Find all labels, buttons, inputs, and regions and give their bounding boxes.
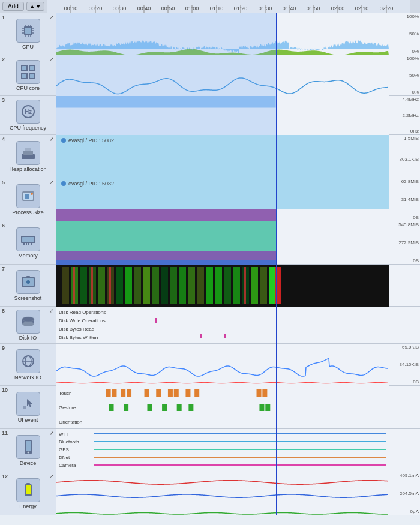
- track-label-memory: 6 Memory: [0, 221, 56, 264]
- timeline-cursor-netio: [276, 344, 277, 386]
- track-right-labels-heap: 1.5MiB 803.1KiB: [389, 135, 420, 178]
- main-container: 1 ⤢ CPU 100% 50% 0% 2 ⤢: [0, 13, 420, 525]
- track-right-labels-diskio: [389, 307, 420, 343]
- selected-region-cpu-freq: [56, 96, 276, 135]
- track-name-cpu: CPU: [22, 44, 34, 50]
- track-content-heap[interactable]: evasgl / PID : 5082: [56, 135, 389, 178]
- expand-icon-12[interactable]: ⤢: [49, 473, 54, 479]
- track-row-device: 11 ⤢ Device WiFi Bluetooth: [0, 429, 420, 472]
- selected-region-cpu-core: [56, 55, 276, 96]
- svg-rect-29: [25, 194, 29, 199]
- track-content-screenshot[interactable]: [56, 265, 389, 307]
- track-row-cpu-freq: 3 Hz CPU frequency 4.4MHz 2.2MHz 0Hz: [0, 96, 420, 135]
- timeline-cursor-energy: [276, 472, 277, 515]
- add-button[interactable]: Add: [2, 2, 24, 11]
- row-number-12: 12: [2, 473, 8, 479]
- track-content-memory[interactable]: [56, 221, 389, 265]
- row-number-3: 3: [2, 97, 5, 103]
- svg-rect-53: [26, 485, 31, 494]
- expand-icon-8[interactable]: ⤢: [49, 308, 54, 314]
- track-label-diskio: 8 ⤢ Disk IO: [0, 307, 56, 343]
- network-icon: [16, 349, 40, 373]
- svg-rect-32: [22, 237, 34, 242]
- row-number-1: 1: [2, 14, 5, 20]
- track-right-labels-uievent: [389, 386, 420, 428]
- track-right-labels-cpu-core: 100% 50% 0%: [389, 55, 420, 95]
- track-content-diskio[interactable]: Disk Read Operations Disk Write Operatio…: [56, 307, 389, 344]
- track-right-labels-cpu: 100% 50% 0%: [389, 13, 420, 55]
- disk-read-ops-label: Disk Read Operations: [59, 310, 125, 315]
- row-number-11: 11: [2, 430, 8, 436]
- track-name-screenshot: Screenshot: [14, 295, 42, 301]
- svg-rect-36: [31, 243, 32, 245]
- timeline-cursor-process: [276, 178, 277, 221]
- track-label-netio: 9 Network IO: [0, 344, 56, 385]
- track-label-cpu: 1 ⤢ CPU: [0, 13, 56, 55]
- track-right-labels-device: [389, 429, 420, 472]
- tracks-container: 1 ⤢ CPU 100% 50% 0% 2 ⤢: [0, 13, 420, 525]
- track-content-cpu-core[interactable]: [56, 55, 389, 96]
- disk-bytes-written-label: Disk Bytes Written: [59, 335, 125, 340]
- timeline-cursor-device: [276, 429, 277, 472]
- svg-rect-35: [28, 243, 29, 245]
- svg-rect-24: [22, 154, 35, 159]
- gesture-label: Gesture: [59, 405, 89, 410]
- process-pid-label: evasgl / PID : 5082: [68, 181, 114, 187]
- track-row-process: 5 ⤢ Process Size evasgl / PID : 5082 62.…: [0, 178, 420, 221]
- track-name-cpu-core: CPU core: [16, 85, 40, 91]
- track-row-cpu-core: 2 ⤢ CPU core 100% 50% 0%: [0, 55, 420, 96]
- selected-region-cpu: [56, 13, 276, 55]
- track-content-process[interactable]: evasgl / PID : 5082: [56, 178, 389, 221]
- svg-rect-18: [22, 66, 26, 70]
- track-content-cpu-freq[interactable]: [56, 96, 389, 135]
- expand-icon-5[interactable]: ⤢: [49, 179, 54, 185]
- svg-point-30: [31, 193, 33, 195]
- timeline-ruler: [47, 0, 418, 13]
- svg-rect-34: [26, 243, 27, 245]
- row-number-5: 5: [2, 179, 5, 185]
- process-icon: [16, 184, 40, 208]
- track-content-netio[interactable]: [56, 344, 389, 386]
- svg-rect-19: [30, 66, 34, 70]
- track-row-energy: 12 ⤢ Energy 409.1mA 204.5mA 0μA: [0, 472, 420, 515]
- track-content-device[interactable]: WiFi Bluetooth GPS DNet: [56, 429, 389, 472]
- track-right-labels-netio: 69.9KiB 34.10KiB 0B: [389, 344, 420, 385]
- svg-point-39: [26, 280, 30, 284]
- svg-rect-26: [25, 148, 31, 151]
- track-name-energy: Energy: [19, 503, 37, 509]
- track-label-uievent: 10 UI event: [0, 386, 56, 428]
- timeline-cursor-cpu-freq: [276, 96, 277, 135]
- cpu-core-icon: [16, 60, 40, 84]
- row-number-10: 10: [2, 387, 8, 393]
- row-number-2: 2: [2, 56, 5, 62]
- arrow-button[interactable]: ▲▼: [26, 2, 44, 11]
- track-content-cpu[interactable]: [56, 13, 389, 55]
- track-name-uievent: UI event: [18, 417, 38, 423]
- track-label-screenshot: 7 Screenshot: [0, 265, 56, 306]
- energy-icon: [16, 478, 40, 502]
- expand-icon-11[interactable]: ⤢: [49, 430, 54, 436]
- track-right-labels-energy: 409.1mA 204.5mA 0μA: [389, 472, 420, 515]
- timeline-cursor-uievent: [276, 386, 277, 429]
- track-right-labels-memory: 545.8MiB 272.9MiB 0B: [389, 221, 420, 264]
- track-name-heap: Heap allocation: [9, 166, 46, 172]
- timeline-cursor-memory: [276, 221, 277, 265]
- memory-icon: [16, 227, 40, 251]
- track-content-uievent[interactable]: Touch Gesture Orientation: [56, 386, 389, 429]
- track-content-energy[interactable]: [56, 472, 389, 515]
- track-name-process: Process Size: [12, 209, 44, 215]
- wifi-label: WiFi: [59, 431, 92, 437]
- orientation-label: Orientation: [59, 419, 89, 425]
- row-number-4: 4: [2, 136, 5, 142]
- timeline-cursor-screenshot: [276, 265, 277, 307]
- row-number-6: 6: [2, 223, 5, 229]
- expand-icon-1[interactable]: ⤢: [49, 14, 54, 20]
- expand-icon-2[interactable]: ⤢: [49, 56, 54, 62]
- track-label-energy: 12 ⤢ Energy: [0, 472, 56, 515]
- expand-icon-4[interactable]: ⤢: [49, 136, 54, 142]
- gps-label: GPS: [59, 447, 92, 452]
- row-number-8: 8: [2, 308, 5, 314]
- svg-point-43: [22, 322, 34, 326]
- track-label-device: 11 ⤢ Device: [0, 429, 56, 472]
- track-row-screenshot: 7 Screenshot: [0, 265, 420, 307]
